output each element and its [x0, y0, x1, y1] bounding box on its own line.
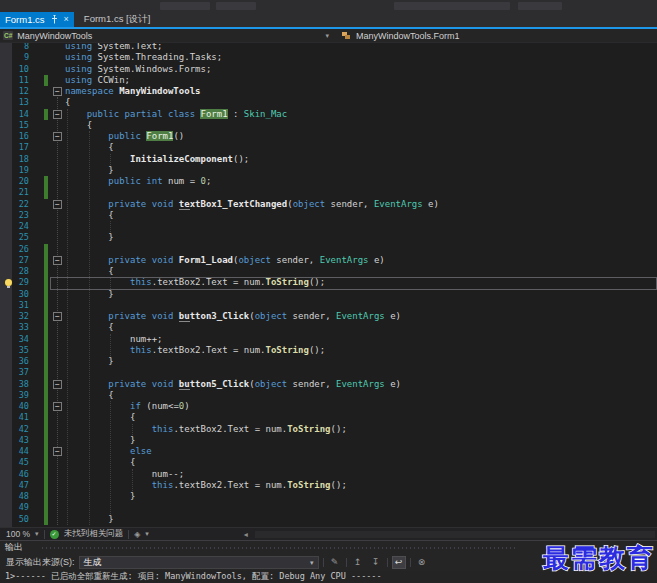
code-line[interactable]: 12−namespace ManyWindowTools: [0, 86, 657, 97]
line-number: 14: [0, 109, 33, 120]
fold-toggle[interactable]: −: [53, 132, 62, 141]
code-line[interactable]: 13{: [0, 97, 657, 108]
tab-form1-cs[interactable]: Form1.cs ×: [0, 12, 74, 27]
code-line[interactable]: 23 {: [0, 210, 657, 221]
code-text: {: [65, 390, 114, 401]
code-line[interactable]: 32− private void button3_Click(object se…: [0, 311, 657, 322]
chevron-down-icon[interactable]: ▾: [325, 32, 329, 40]
fold-toggle[interactable]: −: [53, 380, 62, 389]
toolbar-segment: [160, 2, 210, 10]
analysis-chevron-down-icon[interactable]: ▾: [145, 530, 149, 538]
code-line[interactable]: 8using System.Text;: [0, 43, 657, 52]
zoom-level[interactable]: 100 %: [6, 529, 30, 539]
fold-toggle[interactable]: −: [53, 402, 62, 411]
code-line[interactable]: 50 }: [0, 514, 657, 525]
fold-margin: [53, 188, 62, 197]
code-text: }: [65, 491, 135, 502]
fold-margin: [53, 481, 62, 490]
code-line[interactable]: 19 }: [0, 165, 657, 176]
code-text: private void button5_Click(object sender…: [65, 379, 401, 390]
code-text: {: [65, 412, 135, 423]
output-panel-header[interactable]: 输出: [0, 541, 657, 554]
code-line[interactable]: 17 {: [0, 142, 657, 153]
code-line[interactable]: 44− else: [0, 446, 657, 457]
zoom-chevron-down-icon[interactable]: ▾: [35, 530, 39, 538]
fold-toggle[interactable]: −: [53, 87, 62, 96]
code-line[interactable]: 46 num--;: [0, 469, 657, 480]
code-line[interactable]: 18 InitializeComponent();: [0, 154, 657, 165]
next-message-icon[interactable]: ↧: [369, 556, 383, 569]
change-bar: [44, 514, 48, 525]
word-wrap-icon[interactable]: ↩: [392, 556, 406, 569]
code-line[interactable]: 34 num++;: [0, 334, 657, 345]
fold-margin: [53, 211, 62, 220]
fold-margin: [53, 515, 62, 524]
chevron-down-icon: ▾: [310, 559, 314, 567]
fold-margin: [53, 278, 62, 287]
code-line[interactable]: 11using CCWin;: [0, 75, 657, 86]
output-source-select[interactable]: 生成 ▾: [79, 556, 319, 569]
code-line[interactable]: 33 {: [0, 322, 657, 333]
project-dropdown[interactable]: C# ManyWindowTools ▾: [0, 29, 337, 42]
code-line[interactable]: 39 {: [0, 390, 657, 401]
code-line[interactable]: 26: [0, 244, 657, 255]
code-line[interactable]: 36 }: [0, 356, 657, 367]
code-line[interactable]: 47 this.textBox2.Text = num.ToString();: [0, 480, 657, 491]
code-text: {: [65, 142, 114, 153]
fold-margin: [53, 301, 62, 310]
close-icon[interactable]: ×: [64, 15, 69, 24]
code-line[interactable]: 37: [0, 367, 657, 378]
code-line[interactable]: 22− private void textBox1_TextChanged(ob…: [0, 199, 657, 210]
change-bar: [44, 154, 48, 165]
change-bar: [44, 266, 48, 277]
fold-toggle[interactable]: −: [53, 110, 62, 119]
code-editor[interactable]: 8using System.Text;9using System.Threadi…: [0, 43, 657, 527]
code-line[interactable]: 20 public int num = 0;: [0, 176, 657, 187]
separator: [323, 558, 324, 567]
hscroll-left-arrow-icon[interactable]: ◂: [244, 530, 248, 539]
pin-icon[interactable]: [51, 15, 58, 24]
code-line[interactable]: 9using System.Threading.Tasks;: [0, 52, 657, 63]
horizontal-scrollbar[interactable]: [255, 531, 655, 538]
analysis-settings-icon[interactable]: ◈: [134, 530, 140, 539]
line-number: 31: [0, 300, 33, 311]
code-line[interactable]: 40− if (num<=0): [0, 401, 657, 412]
code-line[interactable]: 14− public partial class Form1 : Skin_Ma…: [0, 109, 657, 120]
code-line[interactable]: 45 {: [0, 457, 657, 468]
code-line[interactable]: 41 {: [0, 412, 657, 423]
code-line[interactable]: 21: [0, 187, 657, 198]
line-number: 11: [0, 75, 33, 86]
fold-margin: [53, 98, 62, 107]
code-line[interactable]: 29 this.textBox2.Text = num.ToString();: [0, 277, 657, 288]
code-line[interactable]: 15 {: [0, 120, 657, 131]
code-line[interactable]: 25 }: [0, 232, 657, 243]
change-bar: [44, 424, 48, 435]
line-number: 32: [0, 311, 33, 322]
code-line[interactable]: 27− private void Form1_Load(object sende…: [0, 255, 657, 266]
fold-margin: [53, 492, 62, 501]
code-line[interactable]: 43 }: [0, 435, 657, 446]
prev-message-icon[interactable]: ↥: [351, 556, 365, 569]
code-line[interactable]: 48 }: [0, 491, 657, 502]
fold-toggle[interactable]: −: [53, 200, 62, 209]
change-bar: [44, 379, 48, 390]
code-line[interactable]: 42 this.textBox2.Text = num.ToString();: [0, 424, 657, 435]
clear-all-icon[interactable]: ⊗: [415, 556, 429, 569]
type-dropdown[interactable]: ManyWindowTools.Form1: [337, 29, 657, 42]
tab-form1-cs-design[interactable]: Form1.cs [设计]: [74, 12, 161, 27]
fold-toggle[interactable]: −: [53, 312, 62, 321]
change-bar: [44, 109, 48, 120]
code-line[interactable]: 49: [0, 502, 657, 513]
fold-toggle[interactable]: −: [53, 256, 62, 265]
code-line[interactable]: 38− private void button5_Click(object se…: [0, 379, 657, 390]
change-bar: [44, 480, 48, 491]
code-line[interactable]: 31: [0, 300, 657, 311]
fold-toggle[interactable]: −: [53, 447, 62, 456]
code-line[interactable]: 24: [0, 221, 657, 232]
code-line[interactable]: 35 this.textBox2.Text = num.ToString();: [0, 345, 657, 356]
code-line[interactable]: 16− public Form1(): [0, 131, 657, 142]
find-message-icon[interactable]: ✎: [328, 556, 342, 569]
code-line[interactable]: 28 {: [0, 266, 657, 277]
code-line[interactable]: 10using System.Windows.Forms;: [0, 64, 657, 75]
code-line[interactable]: 30 }: [0, 289, 657, 300]
